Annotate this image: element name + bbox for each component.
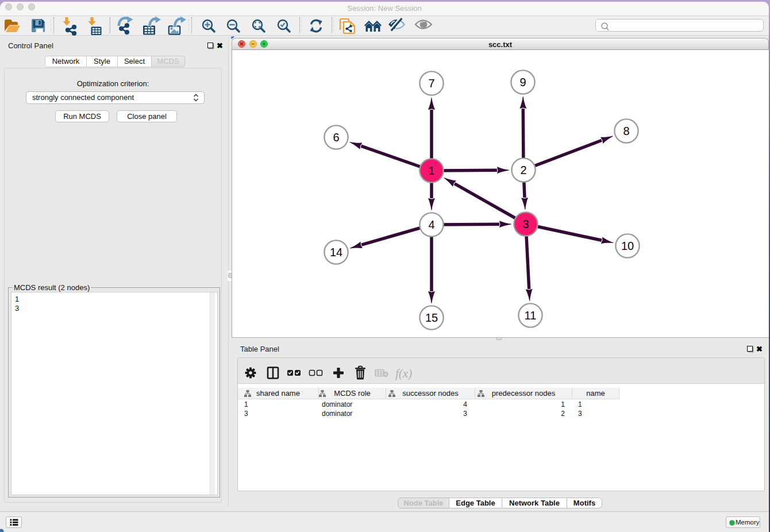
svg-text:11: 11 <box>525 309 537 322</box>
svg-text:2: 2 <box>520 164 526 176</box>
svg-text:3: 3 <box>522 218 529 230</box>
svg-text:14: 14 <box>330 246 342 259</box>
svg-text:1: 1 <box>428 164 434 177</box>
svg-text:6: 6 <box>333 131 339 144</box>
svg-text:10: 10 <box>621 240 634 252</box>
svg-text:4: 4 <box>428 218 434 231</box>
svg-text:9: 9 <box>519 76 526 88</box>
svg-text:15: 15 <box>425 311 438 324</box>
svg-text:8: 8 <box>623 125 629 137</box>
svg-text:7: 7 <box>428 77 434 90</box>
svg-text:f(x): f(x) <box>395 367 412 380</box>
